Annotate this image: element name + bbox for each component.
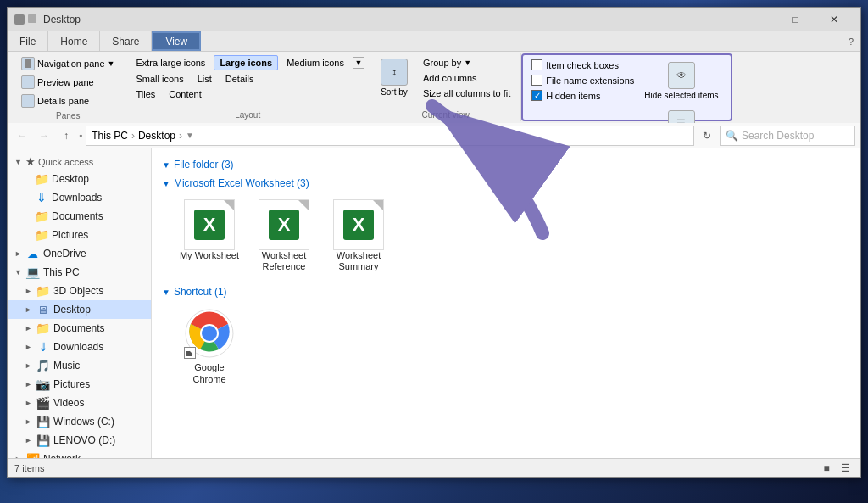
file-item-worksheet-summary[interactable]: X Worksheet Summary [325,196,392,276]
sidebar-label-documents-qa: Documents [52,210,103,222]
network-icon: 📶 [26,452,40,458]
size-all-columns-button[interactable]: Size all columns to fit [418,87,515,100]
computer-icon: 💻 [26,265,40,279]
sidebar-label-windows-c: Windows (C:) [53,416,114,428]
sidebar-item-documents-qa[interactable]: 📁 Documents [8,207,151,226]
section-header-file-folder[interactable]: ▼ File folder (3) [162,159,850,170]
ribbon-group-layout: Extra large icons Large icons Medium ico… [125,53,370,121]
item-count: 7 items [14,463,44,473]
sidebar-item-videos[interactable]: ► 🎬 Videos [8,394,151,412]
section-header-shortcut[interactable]: ▼ Shortcut (1) [162,286,850,298]
refresh-button[interactable]: ↻ [698,126,716,145]
extra-large-icons-button[interactable]: Extra large icons [131,56,210,70]
sidebar-item-lenovo-d[interactable]: ► 💾 LENOVO (D:) [8,431,151,450]
breadcrumb-dropdown[interactable]: ▼ [186,131,194,140]
sidebar-item-desktop-qa[interactable]: 📁 Desktop [8,170,151,188]
sidebar-label-downloads: Downloads [53,341,103,353]
location-icon-area: ▪ [79,130,82,142]
panes-buttons: Navigation pane ▼ Preview pane Details p… [16,55,120,109]
tab-share[interactable]: Share [100,31,152,51]
details-view-button[interactable]: ☰ [837,461,854,476]
sidebar-item-onedrive[interactable]: ► ☁ OneDrive [8,244,151,263]
file-item-google-chrome[interactable]: Google Chrome [175,305,243,388]
section-header-excel[interactable]: ▼ Microsoft Excel Worksheet (3) [162,177,850,189]
chrome-icon-container [184,308,235,359]
sidebar-item-desktop[interactable]: ► 🖥 Desktop [8,300,151,319]
large-icons-view-button[interactable]: ■ [818,461,835,476]
folder-icon-small [28,14,36,23]
navigation-pane-button[interactable]: Navigation pane ▼ [16,55,120,72]
folder-icon-docs: 📁 [36,321,50,335]
preview-pane-button[interactable]: Preview pane [16,74,120,91]
file-item-worksheet-reference[interactable]: X Worksheet Reference [250,196,318,276]
videos-chevron: ► [25,399,32,407]
close-button[interactable]: ✕ [815,8,854,31]
status-bar-right: ■ ☰ [818,461,854,476]
quick-access-header[interactable]: ▼ ★ Quick access [8,152,151,170]
sidebar-item-this-pc[interactable]: ▼ 💻 This PC [8,263,151,282]
sidebar-item-downloads-qa[interactable]: ⇓ Downloads [8,188,151,207]
details-button[interactable]: Details [220,72,259,86]
layout-row-3: Tiles Content [131,87,206,101]
tab-home[interactable]: Home [48,31,100,51]
content-area: ▼ File folder (3) ▼ Microsoft Excel Work… [152,148,860,458]
breadcrumb[interactable]: This PC › Desktop › ▼ [86,126,694,146]
details-pane-icon [21,94,35,108]
sidebar-item-downloads[interactable]: ► ⇓ Downloads [8,338,151,356]
list-button[interactable]: List [192,72,217,86]
sidebar-label-documents: Documents [53,322,105,334]
ribbon-help-button[interactable]: ? [842,31,860,52]
lenovo-d-chevron: ► [25,436,32,444]
folder-icon-documents-qa: 📁 [35,210,48,223]
maximize-button[interactable]: □ [776,8,815,31]
medium-icons-button[interactable]: Medium icons [281,56,349,70]
minimize-button[interactable]: — [737,8,776,31]
pictures-chevron: ► [25,380,32,388]
breadcrumb-sep-1: › [131,130,135,142]
sidebar-item-network[interactable]: ► 📶 Network [8,450,151,458]
sort-by-button[interactable]: ↕ Sort by [376,55,413,100]
file-name-extensions-checkbox[interactable] [531,75,542,86]
dropdown-arrow-icon: ▼ [108,59,115,68]
navigation-pane-icon [21,57,35,70]
sidebar-item-pictures-qa[interactable]: 📁 Pictures [8,226,151,244]
tab-view[interactable]: View [152,31,201,51]
large-icons-button[interactable]: Large icons [214,55,278,70]
current-view-label: Current view [422,110,470,120]
layout-more-button[interactable]: ▼ [353,57,364,69]
documents-chevron: ► [25,324,32,333]
small-icons-button[interactable]: Small icons [131,72,188,86]
sidebar-item-documents[interactable]: ► 📁 Documents [8,319,151,338]
status-bar: 7 items ■ ☰ [8,458,860,477]
sidebar-label-downloads-qa: Downloads [52,192,102,204]
section-title-shortcut: Shortcut (1) [174,286,227,298]
details-pane-button[interactable]: Details pane [16,92,120,109]
sidebar-item-pictures[interactable]: ► 📷 Pictures [8,375,151,394]
file-item-my-worksheet[interactable]: X My Worksheet [175,196,243,276]
sidebar: ▼ ★ Quick access 📁 Desktop ⇓ Downloads 📁… [8,148,152,458]
tiles-button[interactable]: Tiles [131,87,160,101]
sidebar-label-pictures-qa: Pictures [52,229,88,241]
tab-file[interactable]: File [8,31,48,51]
file-label-my-worksheet: My Worksheet [180,250,239,261]
file-folder-chevron: ▼ [162,160,170,170]
back-button[interactable]: ← [13,126,31,145]
layout-label: Layout [235,110,260,120]
up-button[interactable]: ↑ [57,126,75,145]
hide-selected-items-button[interactable]: 👁 Hide selected items [639,59,723,103]
sidebar-item-windows-c[interactable]: ► 💾 Windows (C:) [8,412,151,431]
sidebar-label-this-pc: This PC [43,266,80,278]
add-columns-button[interactable]: Add columns [418,71,515,85]
sidebar-item-3d-objects[interactable]: ► 📁 3D Objects [8,282,151,300]
quick-access-label: Quick access [38,157,93,167]
file-label-google-chrome: Google Chrome [179,362,240,384]
group-by-button[interactable]: Group by ▼ [418,56,515,70]
item-check-boxes-checkbox[interactable] [531,59,542,70]
search-box[interactable]: 🔍 Search Desktop [720,126,855,146]
layout-row-1: Extra large icons Large icons Medium ico… [131,55,364,70]
sidebar-item-music[interactable]: ► 🎵 Music [8,356,151,375]
content-button[interactable]: Content [164,87,207,101]
hidden-items-checkbox[interactable]: ✓ [531,90,542,101]
forward-button[interactable]: → [35,126,53,145]
sidebar-label-lenovo-d: LENOVO (D:) [53,434,115,446]
